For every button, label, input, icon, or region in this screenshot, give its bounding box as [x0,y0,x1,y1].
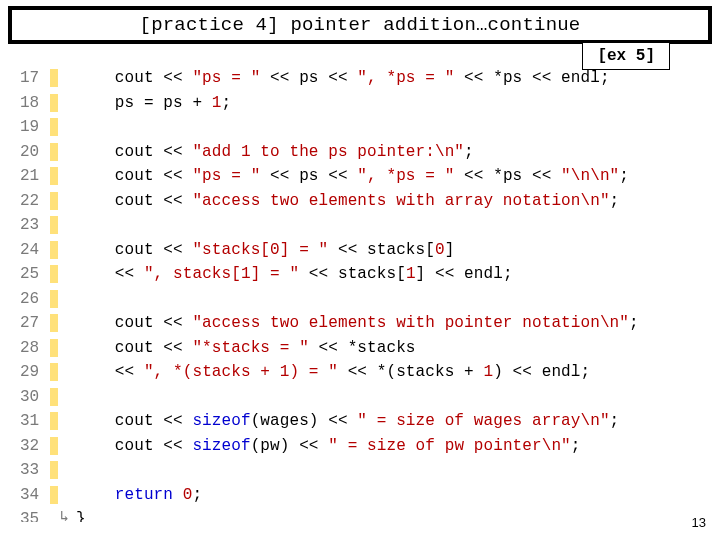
code-line: 19 [20,115,700,140]
line-number: 29 [20,363,50,381]
code-line: 22 cout << "access two elements with arr… [20,189,700,214]
coverage-marker-icon [50,437,58,455]
line-number: 23 [20,216,50,234]
slide-title: [practice 4] pointer addition…continue [12,10,708,40]
line-number: 31 [20,412,50,430]
code-line: 27 cout << "access two elements with poi… [20,311,700,336]
line-number: 35 [20,510,50,522]
code-text: << ", *(stacks + 1) = " << *(stacks + 1)… [76,363,590,381]
line-number: 21 [20,167,50,185]
code-text: cout << "access two elements with pointe… [76,314,639,332]
line-number: 22 [20,192,50,210]
coverage-marker-icon [50,486,58,504]
code-line: 32 cout << sizeof(pw) << " = size of pw … [20,434,700,459]
code-text: << ", stacks[1] = " << stacks[1] << endl… [76,265,513,283]
code-line: 18 ps = ps + 1; [20,91,700,116]
code-line: 31 cout << sizeof(wages) << " = size of … [20,409,700,434]
code-line: 21 cout << "ps = " << ps << ", *ps = " <… [20,164,700,189]
code-line: 33 [20,458,700,483]
coverage-marker-icon [50,510,58,522]
code-text: cout << "ps = " << ps << ", *ps = " << *… [76,167,629,185]
coverage-marker-icon [50,143,58,161]
line-number: 28 [20,339,50,357]
coverage-marker-icon [50,192,58,210]
line-number: 26 [20,290,50,308]
code-line: 28 cout << "*stacks = " << *stacks [20,336,700,361]
code-line: 25 << ", stacks[1] = " << stacks[1] << e… [20,262,700,287]
coverage-marker-icon [50,290,58,308]
line-number: 32 [20,437,50,455]
coverage-marker-icon [50,314,58,332]
code-line: 34 return 0; [20,483,700,508]
code-line: 20 cout << "add 1 to the ps pointer:\n"; [20,140,700,165]
title-bar: [practice 4] pointer addition…continue [8,6,712,44]
code-line: 29 << ", *(stacks + 1) = " << *(stacks +… [20,360,700,385]
line-number: 30 [20,388,50,406]
code-text: cout << sizeof(pw) << " = size of pw poi… [76,437,581,455]
page-number: 13 [692,515,706,530]
example-label: [ex 5] [582,42,670,70]
code-text: cout << "add 1 to the ps pointer:\n"; [76,143,474,161]
coverage-marker-icon [50,69,58,87]
code-text: } [76,510,86,522]
line-number: 33 [20,461,50,479]
code-line: 24 cout << "stacks[0] = " << stacks[0] [20,238,700,263]
code-text: cout << "*stacks = " << *stacks [76,339,416,357]
code-text: cout << "ps = " << ps << ", *ps = " << *… [76,69,610,87]
fold-indicator-icon: ↳ [60,507,69,525]
code-text: cout << "stacks[0] = " << stacks[0] [76,241,454,259]
coverage-marker-icon [50,339,58,357]
coverage-marker-icon [50,167,58,185]
coverage-marker-icon [50,461,58,479]
code-line: 26 [20,287,700,312]
coverage-marker-icon [50,363,58,381]
coverage-marker-icon [50,412,58,430]
coverage-marker-icon [50,94,58,112]
line-number: 34 [20,486,50,504]
coverage-marker-icon [50,118,58,136]
code-line: 35} [20,507,700,522]
code-text: return 0; [76,486,202,504]
coverage-marker-icon [50,216,58,234]
code-line: 30 [20,385,700,410]
coverage-marker-icon [50,388,58,406]
line-number: 20 [20,143,50,161]
line-number: 19 [20,118,50,136]
code-listing: 17 cout << "ps = " << ps << ", *ps = " <… [20,66,700,522]
line-number: 24 [20,241,50,259]
code-text: cout << "access two elements with array … [76,192,619,210]
line-number: 18 [20,94,50,112]
line-number: 25 [20,265,50,283]
coverage-marker-icon [50,241,58,259]
coverage-marker-icon [50,265,58,283]
line-number: 17 [20,69,50,87]
code-line: 23 [20,213,700,238]
code-text: ps = ps + 1; [76,94,231,112]
line-number: 27 [20,314,50,332]
code-text: cout << sizeof(wages) << " = size of wag… [76,412,619,430]
